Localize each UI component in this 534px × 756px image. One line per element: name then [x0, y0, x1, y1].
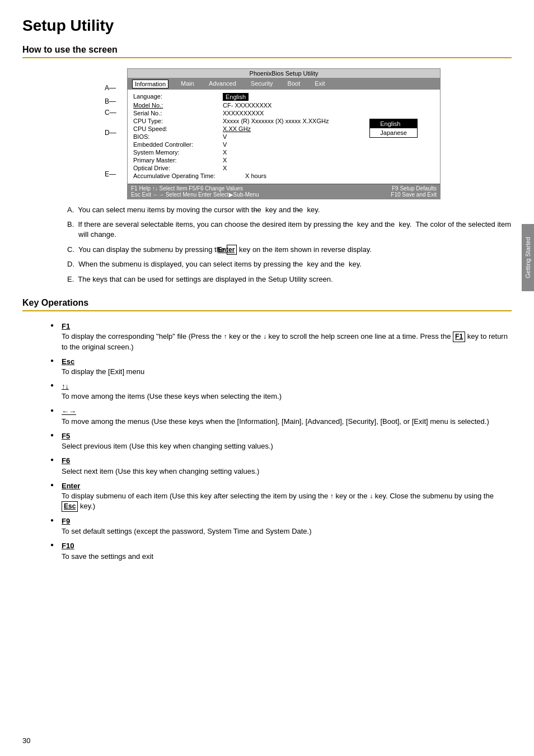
bios-nav-information[interactable]: Information [132, 80, 168, 88]
bios-acctime-label: Accumulative Operating Time: [133, 172, 245, 179]
key-enter-label: Enter [62, 481, 512, 491]
instruction-b: B. If there are several selectable items… [67, 220, 512, 240]
key-f6-label: F6 [62, 456, 512, 466]
bios-memory-value: X [223, 149, 434, 156]
bios-optical-row: Optical Drive: X [133, 165, 434, 171]
bios-dropdown: English Japanese [369, 119, 418, 138]
bios-model-row: Model No.: CF- XXXXXXXXX [133, 102, 434, 109]
key-op-f6: F6 Select next item (Use this key when c… [50, 456, 512, 476]
bios-statusbar-f9: F9 Setup Defaults [392, 185, 437, 192]
bios-ec-value: V [223, 141, 434, 148]
key-leftright-desc: To move among the menus (Use these keys … [62, 417, 489, 426]
bios-nav-boot[interactable]: Boot [285, 80, 303, 88]
bios-ec-label: Embedded Controller: [133, 141, 223, 148]
key-f10-desc: To save the settings and exit [62, 552, 153, 561]
bios-nav-security[interactable]: Security [249, 80, 275, 88]
bios-language-label: Language: [133, 93, 223, 101]
bios-dropdown-japanese[interactable]: Japanese [370, 128, 417, 137]
page-title: Setup Utility [22, 17, 512, 35]
bios-statusbar-row2: Esc Exit ←→ Select Menu Enter Select▶Sub… [131, 192, 437, 198]
section-how-to-use: How to use the screen [22, 45, 512, 58]
bios-ec-row: Embedded Controller: V [133, 141, 434, 148]
bios-primary-row: Primary Master: X [133, 157, 434, 164]
bios-primary-label: Primary Master: [133, 157, 223, 164]
key-op-f5: F5 Select previous item (Use this key wh… [50, 431, 512, 451]
bios-nav: Information Main Advanced Security Boot … [128, 78, 440, 90]
bios-language-value[interactable]: English [223, 93, 249, 101]
bios-body: Language: English Model No.: CF- XXXXXXX… [128, 90, 440, 184]
bios-primary-value: X [223, 157, 434, 164]
key-esc-label: Esc [62, 357, 512, 367]
key-f10-label: F10 [62, 541, 512, 551]
label-a: A— [105, 84, 116, 92]
bios-statusbar: F1 Help ↑↓ Select Item F5/F6 Change Valu… [128, 184, 440, 199]
key-op-updown: ↑↓ To move among the items (Use these ke… [50, 381, 512, 402]
label-d: D— [105, 129, 116, 137]
bios-memory-row: System Memory: X [133, 149, 434, 156]
bios-statusbar-row1: F1 Help ↑↓ Select Item F5/F6 Change Valu… [131, 185, 437, 192]
instruction-c: C. You can display the submenu by pressi… [67, 245, 512, 255]
bios-statusbar-f10: F10 Save and Exit [391, 192, 437, 198]
bios-model-value: CF- XXXXXXXXX [223, 102, 434, 109]
bios-window: PhoenixBios Setup Utility Information Ma… [127, 68, 441, 199]
key-esc-desc: To display the [Exit] menu [62, 367, 144, 376]
key-f1-desc: To display the corresponding "help" file… [62, 332, 508, 351]
bios-language-row: Language: English [133, 93, 434, 101]
bios-nav-exit[interactable]: Exit [312, 80, 327, 88]
bios-model-label: Model No.: [133, 102, 223, 109]
bios-optical-label: Optical Drive: [133, 165, 223, 171]
instructions-list: A. You can select menu items by moving t… [67, 205, 512, 284]
key-op-f9: F9 To set default settings (except the p… [50, 516, 512, 536]
side-tab-getting-started: Getting Started [522, 224, 534, 291]
key-f5-desc: Select previous item (Use this key when … [62, 442, 273, 450]
key-leftright-label: ←→ [62, 407, 512, 417]
bios-serial-value: XXXXXXXXXX [223, 110, 434, 116]
bios-acctime-value: X hours [245, 172, 434, 179]
key-f1-label: F1 [62, 321, 512, 332]
bios-title-bar: PhoenixBios Setup Utility [128, 69, 440, 78]
key-op-f1: F1 To display the corresponding "help" f… [50, 321, 512, 352]
key-op-f10: F10 To save the settings and exit [50, 541, 512, 561]
bios-nav-main[interactable]: Main [179, 80, 196, 88]
bios-bios-label: BIOS: [133, 133, 223, 140]
bios-screen-outer: A— B— C— D— E— PhoenixBios Setup Utility… [105, 68, 429, 199]
key-op-leftright: ←→ To move among the menus (Use these ke… [50, 407, 512, 427]
bios-optical-value: X [223, 165, 434, 171]
enter-key-label: Enter [227, 245, 237, 255]
label-c: C— [105, 109, 116, 116]
bios-language-field[interactable]: English [223, 93, 249, 101]
key-op-enter: Enter To display submenu of each item (U… [50, 481, 512, 512]
instruction-a: A. You can select menu items by moving t… [67, 205, 512, 215]
bios-statusbar-esc: Esc Exit ←→ Select Menu Enter Select▶Sub… [131, 192, 259, 198]
bios-serial-row: Serial No.: XXXXXXXXXX [133, 110, 434, 116]
key-updown-label: ↑↓ [62, 381, 512, 391]
key-f5-label: F5 [62, 431, 512, 441]
bios-screen: PhoenixBios Setup Utility Information Ma… [127, 68, 429, 199]
bios-acctime-row: Accumulative Operating Time: X hours [133, 172, 434, 179]
key-updown-desc: To move among the items (Use these keys … [62, 392, 282, 400]
key-f9-desc: To set default settings (except the pass… [62, 527, 312, 535]
instruction-e: E. The keys that can be used for setting… [67, 274, 512, 284]
bios-cpu-speed-label: CPU Speed: [133, 125, 223, 132]
key-op-esc: Esc To display the [Exit] menu [50, 357, 512, 377]
instruction-d: D. When the submenu is displayed, you ca… [67, 259, 512, 269]
bios-cpu-type-label: CPU Type: [133, 118, 223, 124]
bios-nav-advanced[interactable]: Advanced [207, 80, 238, 88]
section-key-operations: Key Operations [22, 298, 512, 311]
key-ops-list: F1 To display the corresponding "help" f… [50, 321, 512, 562]
page-number: 30 [22, 736, 30, 745]
bios-memory-label: System Memory: [133, 149, 223, 156]
bios-statusbar-f1: F1 Help ↑↓ Select Item F5/F6 Change Valu… [131, 185, 243, 192]
key-f6-desc: Select next item (Use this key when chan… [62, 467, 259, 475]
key-enter-desc: To display submenu of each item (Use thi… [62, 492, 494, 510]
label-b: B— [105, 97, 116, 105]
key-f9-label: F9 [62, 516, 512, 526]
bios-dropdown-english[interactable]: English [370, 119, 417, 128]
label-e: E— [105, 170, 116, 178]
bios-serial-label: Serial No.: [133, 110, 223, 116]
